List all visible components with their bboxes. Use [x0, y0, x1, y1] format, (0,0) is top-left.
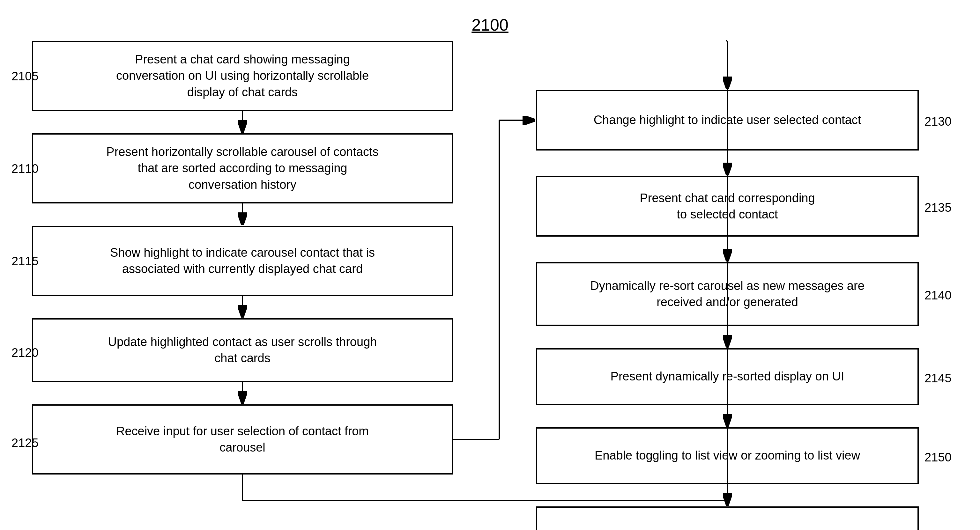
box-2145-text: Present dynamically re-sorted display on…	[611, 368, 845, 385]
label-2115: 2115	[11, 254, 38, 268]
label-2140: 2140	[924, 289, 951, 302]
box-2150-text: Enable toggling to list view or zooming …	[595, 447, 860, 464]
box-2155: Expose controls for controlling carousel…	[536, 506, 919, 530]
box-2130: Change highlight to indicate user select…	[536, 90, 919, 151]
box-2120: Update highlighted contact as user scrol…	[32, 318, 453, 382]
box-2130-text: Change highlight to indicate user select…	[594, 112, 861, 128]
box-2140: Dynamically re-sort carousel as new mess…	[536, 262, 919, 326]
box-2110-text: Present horizontally scrollable carousel…	[106, 144, 379, 193]
label-2105: 2105	[11, 70, 38, 83]
label-2150: 2150	[924, 451, 951, 464]
box-2140-text: Dynamically re-sort carousel as new mess…	[590, 278, 864, 311]
box-2135: Present chat card corresponding to selec…	[536, 176, 919, 236]
diagram-container: 2100 Present a chat card showing messagi…	[0, 0, 980, 530]
label-2120: 2120	[11, 346, 38, 360]
label-2110: 2110	[11, 162, 38, 176]
box-2145: Present dynamically re-sorted display on…	[536, 348, 919, 405]
box-2135-text: Present chat card corresponding to selec…	[640, 190, 815, 223]
box-2105-text: Present a chat card showing messaging co…	[116, 51, 369, 100]
box-2110: Present horizontally scrollable carousel…	[32, 133, 453, 203]
label-2135: 2135	[924, 201, 951, 214]
box-2115: Show highlight to indicate carousel cont…	[32, 226, 453, 296]
label-2145: 2145	[924, 371, 951, 385]
box-2125-text: Receive input for user selection of cont…	[116, 423, 369, 456]
box-2150: Enable toggling to list view or zooming …	[536, 427, 919, 484]
box-2125: Receive input for user selection of cont…	[32, 405, 453, 474]
label-2130: 2130	[924, 115, 951, 129]
label-2125: 2125	[11, 436, 38, 450]
diagram-title: 2100	[471, 15, 509, 35]
box-2105: Present a chat card showing messaging co…	[32, 41, 453, 111]
box-2120-text: Update highlighted contact as user scrol…	[108, 334, 377, 367]
box-2155-text: Expose controls for controlling carousel…	[592, 527, 862, 530]
box-2115-text: Show highlight to indicate carousel cont…	[110, 244, 375, 278]
